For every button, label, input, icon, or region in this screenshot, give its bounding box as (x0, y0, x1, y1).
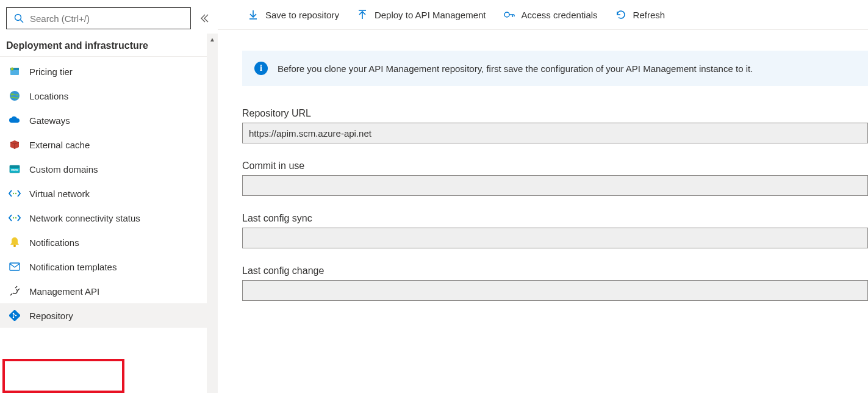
key-icon (503, 9, 515, 21)
search-box[interactable] (6, 7, 191, 29)
commit-input[interactable] (242, 175, 868, 196)
pricing-tier-icon: $ (9, 65, 21, 78)
repository-url-input[interactable] (242, 123, 868, 143)
network-icon (9, 187, 21, 200)
sidebar-item-custom-domains[interactable]: www Custom domains (0, 157, 218, 181)
svg-line-18 (10, 294, 12, 295)
sidebar-item-label: Locations (29, 91, 68, 101)
toolbar-label: Deploy to API Management (375, 10, 486, 20)
search-input[interactable] (30, 13, 184, 24)
info-banner: i Before you clone your API Management r… (242, 51, 868, 86)
toolbar-label: Refresh (633, 10, 665, 20)
svg-rect-15 (10, 263, 20, 270)
sidebar-item-label: Gateways (29, 115, 70, 126)
main-panel: Save to repository Deploy to API Managem… (218, 0, 868, 393)
plug-icon (9, 285, 21, 297)
sidebar-item-locations[interactable]: Locations (0, 84, 218, 108)
search-row (0, 0, 218, 34)
svg-text:$: $ (12, 68, 13, 70)
sidebar-item-repository[interactable]: Repository (0, 303, 218, 328)
sidebar-item-network-status[interactable]: Network connectivity status (0, 206, 218, 230)
svg-rect-19 (9, 310, 20, 321)
git-icon (9, 309, 21, 322)
sidebar-item-label: Notifications (29, 237, 79, 248)
access-credentials-button[interactable]: Access credentials (503, 9, 598, 21)
toolbar-label: Access credentials (522, 10, 598, 20)
svg-point-10 (13, 193, 14, 194)
sidebar-item-management-api[interactable]: Management API (0, 279, 218, 303)
svg-line-1 (21, 20, 24, 23)
field-last-change: Last config change (242, 265, 868, 301)
sidebar-item-label: Management API (29, 286, 99, 297)
refresh-icon (615, 9, 627, 21)
domain-icon: www (9, 163, 21, 175)
collapse-sidebar-button[interactable] (197, 11, 212, 26)
sidebar-item-external-cache[interactable]: External cache (0, 132, 218, 157)
sidebar-item-label: Custom domains (29, 164, 98, 175)
svg-line-16 (15, 286, 17, 288)
sidebar-item-gateways[interactable]: Gateways (0, 108, 218, 132)
sidebar-item-pricing-tier[interactable]: $ Pricing tier (0, 59, 218, 84)
cloud-icon (9, 114, 21, 126)
save-to-repository-button[interactable]: Save to repository (247, 9, 339, 21)
svg-point-12 (13, 217, 14, 218)
field-repository-url: Repository URL (242, 108, 868, 143)
deploy-button[interactable]: Deploy to API Management (356, 9, 486, 21)
mail-icon (9, 261, 21, 273)
search-icon (13, 12, 25, 24)
section-header: Deployment and infrastructure (0, 34, 218, 57)
sidebar-item-label: Repository (29, 311, 73, 321)
globe-icon (9, 90, 21, 102)
content-area: i Before you clone your API Management r… (218, 30, 868, 318)
field-label: Last config change (242, 265, 868, 276)
sidebar-item-notification-templates[interactable]: Notification templates (0, 254, 218, 279)
scrollbar[interactable]: ▲ (207, 34, 218, 393)
upload-icon (356, 9, 368, 21)
bell-icon (9, 236, 21, 248)
svg-point-0 (15, 15, 21, 21)
network-status-icon (9, 212, 21, 224)
field-label: Repository URL (242, 108, 868, 119)
sidebar-item-label: Virtual network (29, 189, 90, 199)
svg-line-17 (18, 289, 20, 290)
sidebar-item-label: Notification templates (29, 262, 117, 272)
svg-point-14 (13, 245, 16, 247)
field-label: Commit in use (242, 160, 868, 171)
sidebar-item-virtual-network[interactable]: Virtual network (0, 181, 218, 206)
last-sync-input[interactable] (242, 228, 868, 248)
sidebar-item-label: External cache (29, 140, 90, 150)
download-icon (247, 9, 259, 21)
info-icon: i (254, 62, 268, 75)
svg-point-13 (15, 217, 16, 218)
sidebar: Deployment and infrastructure $ Pricing … (0, 0, 218, 393)
sidebar-item-label: Network connectivity status (29, 213, 140, 223)
nav-list: $ Pricing tier Locations Gateways Extern… (0, 59, 218, 393)
svg-point-6 (10, 91, 20, 101)
info-text: Before you clone your API Management rep… (278, 63, 753, 74)
toolbar: Save to repository Deploy to API Managem… (218, 0, 868, 30)
svg-point-11 (15, 193, 16, 194)
sidebar-item-notifications[interactable]: Notifications (0, 230, 218, 254)
last-change-input[interactable] (242, 280, 868, 301)
field-label: Last config sync (242, 213, 868, 224)
scroll-up-arrow[interactable]: ▲ (207, 34, 218, 45)
svg-point-27 (504, 12, 509, 17)
svg-text:www: www (10, 168, 18, 171)
field-last-sync: Last config sync (242, 213, 868, 248)
field-commit-in-use: Commit in use (242, 160, 868, 196)
refresh-button[interactable]: Refresh (615, 9, 665, 21)
toolbar-label: Save to repository (265, 10, 339, 20)
sidebar-item-label: Pricing tier (29, 67, 73, 77)
cache-icon (9, 139, 21, 151)
